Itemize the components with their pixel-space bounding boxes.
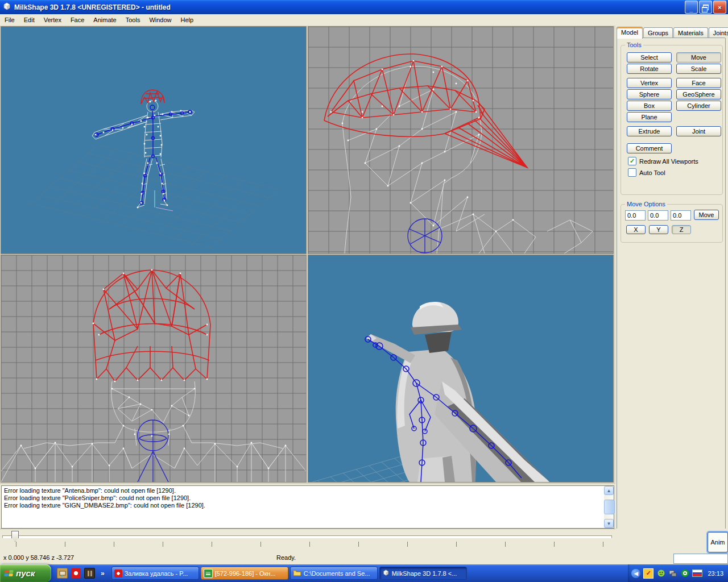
start-label: пуск <box>16 568 35 578</box>
milkshape-icon <box>382 569 390 577</box>
folder-icon <box>293 569 301 577</box>
tray-clock: 23:13 <box>708 570 723 577</box>
scale-button[interactable]: Scale <box>676 64 721 74</box>
joint-button[interactable]: Joint <box>676 126 721 136</box>
viewport-side[interactable] <box>308 26 614 254</box>
move-y-field[interactable] <box>648 210 668 221</box>
viewport-3d-shaded[interactable] <box>308 255 614 483</box>
select-button[interactable]: Select <box>627 52 672 63</box>
menu-help[interactable]: Help <box>176 15 198 24</box>
tools-group-label: Tools <box>625 41 643 48</box>
tab-materials[interactable]: Materials <box>673 27 708 38</box>
move-apply-button[interactable]: Move <box>694 210 719 220</box>
network-tray-icon[interactable] <box>668 569 677 578</box>
menu-tools[interactable]: Tools <box>121 15 145 24</box>
timeline-thumb[interactable] <box>11 531 19 542</box>
error-line: Error loading texture "Antena.bmp": coul… <box>4 487 611 494</box>
redraw-all-viewports-checkbox[interactable]: ✓ <box>628 157 636 165</box>
viewport-perspective-canvas <box>1 27 306 253</box>
tray-collapse-chevron[interactable]: ◀ <box>631 569 640 578</box>
extrude-button[interactable]: Extrude <box>627 126 672 136</box>
status-bar: x 0.000 y 58.746 z -3.727 Ready. <box>0 550 615 564</box>
move-x-field[interactable] <box>625 210 646 221</box>
menu-edit[interactable]: Edit <box>19 15 39 24</box>
milkshape-app-icon <box>2 2 11 13</box>
app-quicklaunch-icon[interactable] <box>84 568 95 579</box>
menu-vertex[interactable]: Vertex <box>39 15 66 24</box>
side-panel: Model Groups Materials Joints Tools Sele… <box>615 26 728 564</box>
player-tray-icon[interactable] <box>680 569 689 578</box>
tab-groups[interactable]: Groups <box>643 27 673 38</box>
quicklaunch-overflow-chevron[interactable]: » <box>101 569 105 577</box>
close-button[interactable]: × <box>713 1 726 14</box>
frame-number-input[interactable] <box>673 554 728 564</box>
window-title: MilkShape 3D 1.7.8 <UNREGISTERED> - unti… <box>14 3 171 11</box>
timeline-track[interactable] <box>2 535 612 538</box>
move-options-label: Move Options <box>625 201 667 207</box>
comment-button[interactable]: Comment <box>627 143 672 153</box>
box-button[interactable]: Box <box>627 101 672 111</box>
move-options-groupbox: Move Options Move X Y Z <box>621 204 723 243</box>
rotate-button[interactable]: Rotate <box>627 64 672 74</box>
language-flag-icon[interactable] <box>692 569 702 577</box>
timeline-ticks <box>16 542 610 547</box>
taskbar: пуск » Заливка удалась - P... [572-996-1… <box>0 564 728 582</box>
tab-model[interactable]: Model <box>617 27 643 39</box>
icq-tray-icon[interactable] <box>656 569 665 578</box>
axis-y-button[interactable]: Y <box>649 225 668 234</box>
scroll-up-icon[interactable]: ▲ <box>604 486 614 495</box>
cursor-coordinates: x 0.000 y 58.746 z -3.727 <box>3 554 276 561</box>
viewport-perspective[interactable] <box>1 26 307 254</box>
messenger-icon <box>204 569 213 578</box>
scroll-down-icon[interactable]: ▼ <box>604 519 614 528</box>
tools-groupbox: Tools Select Move Rotate Scale Vertex Fa… <box>621 45 723 195</box>
auto-tool-label: Auto Tool <box>639 169 665 176</box>
tab-joints[interactable]: Joints <box>709 27 728 38</box>
system-tray: ◀ ✓ 23:13 <box>628 564 728 582</box>
status-message: Ready. <box>276 554 296 561</box>
download-manager-tray-icon[interactable]: ✓ <box>643 568 653 579</box>
opera-quicklaunch-icon[interactable] <box>71 568 81 578</box>
sphere-button[interactable]: Sphere <box>627 89 672 99</box>
animation-timeline[interactable] <box>0 529 615 551</box>
error-line: Error loading texture "GIGN_DMBASE2.bmp"… <box>4 502 611 509</box>
menu-window[interactable]: Window <box>144 15 176 24</box>
redraw-all-viewports-label: Redraw All Viewports <box>639 158 698 165</box>
model-tab-page: Tools Select Move Rotate Scale Vertex Fa… <box>617 38 726 537</box>
opera-icon <box>114 569 122 577</box>
vertex-button[interactable]: Vertex <box>627 78 672 88</box>
restore-button[interactable] <box>699 1 712 14</box>
viewport-area <box>0 26 615 484</box>
anim-toggle-button[interactable]: Anim <box>708 532 728 552</box>
windows-logo-icon <box>4 570 14 576</box>
scroll-thumb[interactable] <box>604 500 615 514</box>
menu-file[interactable]: File <box>0 15 19 24</box>
menu-face[interactable]: Face <box>66 15 89 24</box>
taskbar-button-opera[interactable]: Заливка удалась - P... <box>111 567 199 580</box>
message-log[interactable]: Error loading texture "Antena.bmp": coul… <box>1 485 614 529</box>
start-button[interactable]: пуск <box>0 564 51 582</box>
show-desktop-icon[interactable] <box>57 568 68 579</box>
viewport-front[interactable] <box>1 255 307 483</box>
axis-z-button[interactable]: Z <box>672 225 691 234</box>
quick-launch: » <box>57 568 105 579</box>
log-scrollbar[interactable]: ▲ ▼ <box>604 486 614 528</box>
viewport-front-canvas <box>1 255 306 482</box>
taskbar-buttons: Заливка удалась - P... [572-996-186] - О… <box>111 567 467 580</box>
menu-animate[interactable]: Animate <box>89 15 121 24</box>
error-line: Error loading texture "PoliceSniper.bmp"… <box>4 494 611 502</box>
viewport-side-canvas <box>308 27 613 253</box>
taskbar-button-messenger[interactable]: [572-996-186] - Окн... <box>201 567 288 580</box>
minimize-button[interactable]: _ <box>685 1 698 14</box>
taskbar-button-milkshape[interactable]: MilkShape 3D 1.7.8 <... <box>379 567 467 580</box>
face-button[interactable]: Face <box>676 78 721 88</box>
plane-button[interactable]: Plane <box>627 112 672 122</box>
auto-tool-checkbox[interactable] <box>628 168 636 177</box>
cylinder-button[interactable]: Cylinder <box>676 101 721 111</box>
geosphere-button[interactable]: GeoSphere <box>676 89 721 99</box>
menu-bar: File Edit Vertex Face Animate Tools Wind… <box>0 14 728 26</box>
axis-x-button[interactable]: X <box>626 225 646 234</box>
move-z-field[interactable] <box>671 210 691 221</box>
move-button[interactable]: Move <box>676 52 721 63</box>
taskbar-button-explorer[interactable]: C:\Documents and Se... <box>290 567 378 580</box>
